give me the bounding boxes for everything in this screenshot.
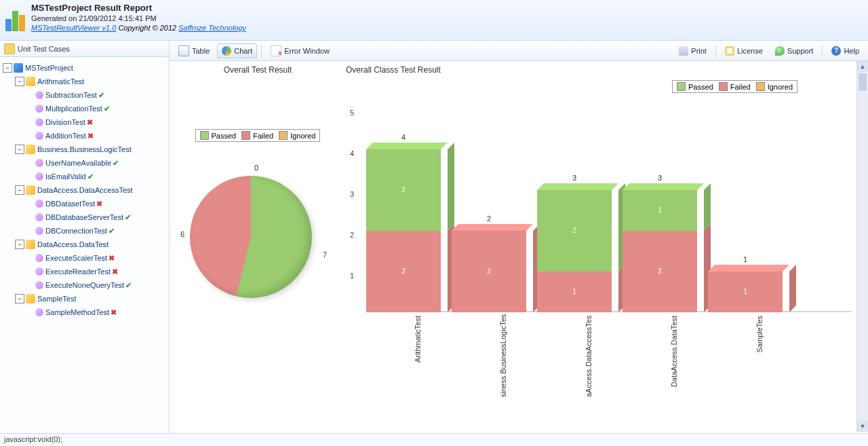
tree-method[interactable]: SampleMethodTest✖: [35, 305, 166, 319]
pie-label-ignored: 0: [254, 164, 258, 172]
table-icon: [178, 45, 189, 56]
collapse-icon[interactable]: −: [15, 294, 24, 303]
print-button[interactable]: Print: [674, 43, 711, 58]
vertical-scrollbar[interactable]: ▲ ▼: [856, 61, 868, 432]
swatch-ignored: [756, 82, 765, 91]
method-label[interactable]: UserNameAvailable: [45, 159, 111, 167]
generated-timestamp: Generated on 21/09/2012 4:15:41 PM: [31, 14, 246, 22]
table-button[interactable]: Table: [174, 43, 214, 58]
tree-method[interactable]: SubtractionTest✔: [35, 88, 166, 102]
fail-icon: ✖: [96, 200, 102, 208]
company-link[interactable]: Saffroze Technology: [178, 24, 246, 32]
pass-icon: ✔: [104, 105, 110, 113]
help-icon: [831, 46, 841, 56]
swatch-ignored: [279, 131, 288, 140]
sidebar: Unit Test Cases −MSTestProject−Arithmati…: [0, 41, 170, 446]
tree-method[interactable]: DBDatabaseServerTest✔: [35, 210, 166, 224]
method-icon: [35, 200, 43, 208]
tree-method[interactable]: UserNameAvailable✔: [35, 156, 166, 170]
toolbar: Table Chart Error Window Print License S…: [170, 41, 868, 61]
product-link[interactable]: MSTestResultViewer v1.0: [31, 24, 116, 32]
class-icon: [26, 185, 35, 195]
fail-icon: ✖: [87, 132, 94, 141]
tree-class[interactable]: −ArithmaticTest: [15, 75, 166, 88]
scroll-thumb[interactable]: [859, 73, 867, 91]
pass-icon: ✔: [125, 213, 131, 222]
method-label[interactable]: ExecuteNoneQueryTest: [45, 281, 124, 289]
method-label[interactable]: SubtractionTest: [45, 91, 97, 99]
tree-project[interactable]: −MSTestProject: [3, 61, 166, 75]
tree-method[interactable]: ExecuteScalerTest✖: [35, 251, 166, 265]
collapse-icon[interactable]: −: [15, 185, 24, 195]
tree-class[interactable]: −DataAccess.DataAccessTest: [15, 183, 166, 197]
fail-icon: ✖: [108, 254, 115, 263]
pie-label-passed: 7: [323, 250, 327, 259]
method-icon: [35, 105, 43, 113]
charts-area: Overall Test Result Passed Failed Ignore…: [170, 61, 868, 446]
pie-graphic: [190, 176, 312, 298]
collapse-icon[interactable]: −: [15, 77, 24, 86]
tree-method[interactable]: AdditionTest✖: [35, 129, 166, 143]
fail-icon: ✖: [87, 118, 93, 127]
overall-legend: Passed Failed Ignored: [195, 129, 321, 142]
error-icon: [271, 45, 281, 56]
method-label[interactable]: MultiplicationTest: [45, 105, 102, 113]
tree-class[interactable]: −SampleTest: [15, 292, 166, 305]
swatch-failed: [241, 131, 250, 140]
license-icon: [725, 46, 734, 56]
tree-method[interactable]: ExecuteReaderTest✖: [35, 265, 166, 278]
method-icon: [35, 159, 43, 167]
class-label[interactable]: ArithmaticTest: [37, 77, 84, 86]
class-chart-title: Overall Classs Test Result: [346, 65, 859, 75]
method-label[interactable]: ExecuteReaderTest: [45, 267, 111, 276]
class-label[interactable]: Business.BusinessLogicTest: [37, 145, 132, 153]
swatch-failed: [719, 82, 728, 91]
scroll-down-arrow-icon[interactable]: ▼: [857, 421, 868, 432]
tree-method[interactable]: DBDatasetTest✖: [35, 197, 166, 210]
pie-label-failed: 6: [180, 230, 184, 238]
scroll-up-arrow-icon[interactable]: ▲: [857, 61, 868, 72]
tree-method[interactable]: IsEmailValid✔: [35, 170, 166, 183]
overall-pie-chart: Overall Test Result Passed Failed Ignore…: [176, 61, 339, 380]
class-legend: Passed Failed Ignored: [672, 80, 797, 93]
toolbar-divider: [261, 45, 262, 57]
tree-class[interactable]: −Business.BusinessLogicTest: [15, 143, 166, 156]
class-label[interactable]: DataAccess.DataAccessTest: [37, 186, 133, 194]
collapse-icon[interactable]: −: [15, 240, 24, 249]
tree-method[interactable]: DivisionTest✖: [35, 115, 166, 129]
method-label[interactable]: IsEmailValid: [45, 172, 86, 181]
method-label[interactable]: DBConnectionTest: [45, 227, 107, 235]
tree-method[interactable]: DBConnectionTest✔: [35, 224, 166, 238]
method-label[interactable]: DBDatasetTest: [45, 200, 95, 208]
fail-icon: ✖: [112, 267, 118, 276]
chart-button[interactable]: Chart: [217, 43, 257, 58]
collapse-icon[interactable]: −: [3, 63, 12, 73]
project-label[interactable]: MSTestProject: [25, 64, 73, 72]
copyright-text: Copyright © 2012: [116, 24, 178, 32]
method-icon: [35, 308, 43, 316]
method-icon: [35, 267, 43, 276]
method-label[interactable]: ExecuteScalerTest: [45, 254, 107, 262]
tree-icon: [4, 43, 15, 54]
help-button[interactable]: Help: [827, 43, 864, 58]
swatch-passed: [677, 82, 686, 91]
print-icon: [679, 46, 688, 56]
collapse-icon[interactable]: −: [15, 145, 24, 154]
error-window-button[interactable]: Error Window: [266, 43, 334, 58]
method-label[interactable]: DBDatabaseServerTest: [45, 213, 123, 221]
test-tree[interactable]: −MSTestProject−ArithmaticTestSubtraction…: [0, 57, 169, 446]
method-icon: [35, 132, 43, 140]
class-label[interactable]: DataAccess.DataTest: [37, 240, 108, 248]
credits-line: MSTestResultViewer v1.0 Copyright © 2012…: [31, 24, 246, 32]
license-button[interactable]: License: [720, 43, 768, 58]
class-label[interactable]: SampleTest: [37, 295, 76, 303]
pass-icon: ✔: [87, 172, 94, 181]
method-label[interactable]: DivisionTest: [45, 118, 85, 126]
support-button[interactable]: Support: [770, 43, 818, 58]
tree-method[interactable]: ExecuteNoneQueryTest✔: [35, 278, 166, 292]
tree-method[interactable]: MultiplicationTest✔: [35, 102, 166, 115]
tree-class[interactable]: −DataAccess.DataTest: [15, 238, 166, 251]
method-label[interactable]: AdditionTest: [45, 132, 86, 140]
chart-icon: [222, 46, 231, 56]
method-label[interactable]: SampleMethodTest: [45, 308, 109, 316]
